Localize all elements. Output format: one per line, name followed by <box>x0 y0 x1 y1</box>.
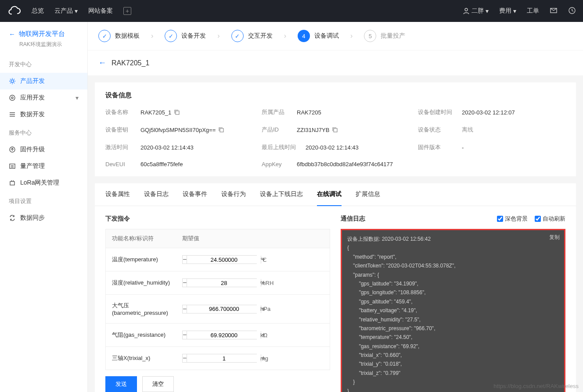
value-deveui: 60c5a8fffe75fefe <box>140 161 183 167</box>
decrement-button[interactable]: − <box>183 256 187 264</box>
value-last-online: 2020-03-02 12:14:43 <box>306 143 359 151</box>
sidebar-section-service: 服务中心 <box>0 123 87 141</box>
svg-rect-9 <box>176 111 179 114</box>
sidebar: ← 物联网开发平台 RAK环境监测演示 开发中心 产品开发 应用开发▾ 数据开发… <box>0 22 88 392</box>
command-label: 大气压(barometric_pressure) <box>112 302 182 316</box>
command-row: 三轴X(trixial_x) − + mg <box>106 346 330 370</box>
tab-attributes[interactable]: 设备属性 <box>105 183 130 206</box>
dark-bg-checkbox[interactable]: 深色背景 <box>497 215 528 223</box>
step-1[interactable]: ✓数据模板 <box>98 30 140 42</box>
value-stepper[interactable]: − + <box>182 278 257 287</box>
clock-icon[interactable] <box>568 7 576 16</box>
add-icon[interactable]: + <box>123 7 131 15</box>
command-label: 气阻(gas_resistance) <box>112 331 182 339</box>
tab-online-log[interactable]: 设备上下线日志 <box>260 183 303 206</box>
nav-cloud-products[interactable]: 云产品 ▾ <box>54 7 78 15</box>
tab-device-behavior[interactable]: 设备行为 <box>221 183 246 206</box>
top-nav: 总览 云产品 ▾ 网站备案 + 二胖 ▾ 费用 ▾ 工单 <box>0 0 583 22</box>
value-input[interactable] <box>187 331 261 339</box>
chevron-right-icon: › <box>151 32 153 40</box>
label-activation: 激活时间 <box>105 143 132 151</box>
sidebar-back-link[interactable]: ← 物联网开发平台 <box>0 22 87 41</box>
send-button[interactable]: 发送 <box>105 376 137 392</box>
value-stepper[interactable]: − + <box>182 255 257 264</box>
copy-icon[interactable] <box>218 127 224 133</box>
sidebar-item-mass-prod[interactable]: 量产管理 <box>0 158 87 175</box>
step-indicator: ✓数据模板 › ✓设备开发 › ✓交互开发 › 4设备调试 › 5批量投产 <box>88 22 583 50</box>
nav-website-filing[interactable]: 网站备案 <box>88 7 113 15</box>
unit-label: %RH <box>260 280 274 286</box>
auto-refresh-checkbox[interactable]: 自动刷新 <box>535 215 565 223</box>
tab-ext-info[interactable]: 扩展信息 <box>356 183 380 206</box>
value-secret: GQj5l0fvpSMPN5SII70pXg== <box>140 126 224 134</box>
comm-log-title: 通信日志 <box>341 215 365 223</box>
decrement-button[interactable]: − <box>183 354 187 362</box>
step-5[interactable]: 5批量投产 <box>364 30 405 42</box>
col-header-value: 期望值 <box>182 235 199 242</box>
decrement-button[interactable]: − <box>183 305 187 313</box>
chevron-down-icon: ▾ <box>76 94 79 101</box>
sidebar-item-data-sync[interactable]: 数据同步 <box>0 210 87 226</box>
label-status: 设备状态 <box>418 126 453 134</box>
value-created: 2020-03-02 12:12:07 <box>462 108 515 116</box>
page-title: RAK7205_1 <box>112 59 149 67</box>
copy-log-button[interactable]: 复制 <box>549 233 560 242</box>
sidebar-item-firmware[interactable]: 固件升级 <box>0 141 87 158</box>
copy-icon[interactable] <box>174 109 180 115</box>
clear-button[interactable]: 清空 <box>142 376 174 392</box>
sidebar-section-dev: 开发中心 <box>0 54 87 73</box>
unit-label: hPa <box>260 306 270 312</box>
svg-point-0 <box>465 8 468 11</box>
mail-icon[interactable] <box>550 7 558 16</box>
unit-label: mg <box>260 355 268 362</box>
value-stepper[interactable]: − + <box>182 354 257 363</box>
value-stepper[interactable]: − + <box>182 331 257 339</box>
svg-rect-11 <box>334 128 337 132</box>
nav-fee[interactable]: 费用 ▾ <box>499 7 516 15</box>
chevron-down-icon: ▾ <box>486 7 489 14</box>
chevron-down-icon: ▾ <box>75 7 78 14</box>
back-arrow-icon[interactable]: ← <box>98 58 106 68</box>
command-label: 湿度(relative_humidity) <box>112 279 182 287</box>
value-status: 离线 <box>462 126 473 134</box>
cloud-logo-icon <box>7 4 21 18</box>
label-deveui: DevEUI <box>105 161 132 167</box>
value-stepper[interactable]: − + <box>182 305 257 314</box>
tab-device-event[interactable]: 设备事件 <box>183 183 207 206</box>
copy-icon[interactable] <box>332 127 338 133</box>
sidebar-item-app-dev[interactable]: 应用开发▾ <box>0 89 87 106</box>
label-secret: 设备密钥 <box>105 126 132 134</box>
value-input[interactable] <box>187 305 261 313</box>
col-header-name: 功能名称/标识符 <box>112 235 182 242</box>
value-input[interactable] <box>187 279 261 287</box>
sidebar-item-product-dev[interactable]: 产品开发 <box>0 73 87 89</box>
nav-ticket[interactable]: 工单 <box>527 7 539 15</box>
value-input[interactable] <box>187 256 261 264</box>
decrement-button[interactable]: − <box>183 331 187 339</box>
label-appkey: AppKey <box>262 161 288 167</box>
step-3[interactable]: ✓交互开发 <box>231 30 273 42</box>
sidebar-item-data-dev[interactable]: 数据开发 <box>0 106 87 123</box>
value-device-name: RAK7205_1 <box>140 108 180 116</box>
nav-user[interactable]: 二胖 ▾ <box>463 7 489 15</box>
label-device-name: 设备名称 <box>105 108 132 116</box>
nav-overview[interactable]: 总览 <box>32 7 44 15</box>
decrement-button[interactable]: − <box>183 279 187 287</box>
command-row: 温度(temperature) − + ℃ <box>106 248 330 271</box>
step-2[interactable]: ✓设备开发 <box>165 30 206 42</box>
device-info-card: 设备信息 设备名称RAK7205_1 所属产品RAK7205 设备创建时间202… <box>95 82 576 176</box>
value-input[interactable] <box>187 354 261 362</box>
sidebar-subtitle: RAK环境监测演示 <box>0 41 87 54</box>
label-product: 所属产品 <box>262 108 288 116</box>
step-4[interactable]: 4设备调试 <box>298 30 339 42</box>
tab-device-log[interactable]: 设备日志 <box>144 183 169 206</box>
chevron-right-icon: › <box>217 32 220 40</box>
main-content: ✓数据模板 › ✓设备开发 › ✓交互开发 › 4设备调试 › 5批量投产 ← … <box>88 22 583 392</box>
tab-online-debug[interactable]: 在线调试 <box>317 183 342 206</box>
label-firmware: 固件版本 <box>418 143 453 151</box>
sidebar-item-lora-gateway[interactable]: LoRa网关管理 <box>0 175 87 191</box>
command-row: 气阻(gas_resistance) − + kΩ <box>106 323 330 346</box>
chevron-right-icon: › <box>284 32 286 40</box>
log-output[interactable]: 复制设备上报数据: 2020-03-02 12:56:42 { "method"… <box>341 229 565 392</box>
send-command-title: 下发指令 <box>105 215 330 223</box>
